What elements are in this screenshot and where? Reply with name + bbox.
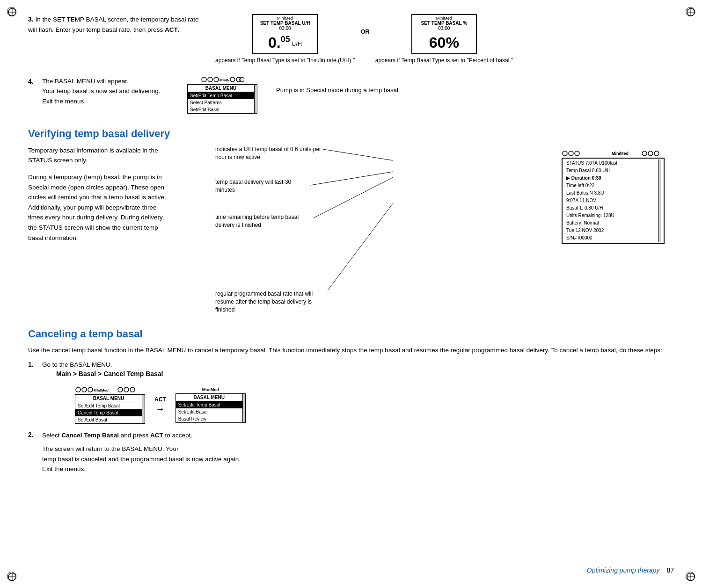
ann2-text: temp basal delivery will last 30 minutes xyxy=(215,178,309,194)
cancel-right-scrollbar xyxy=(242,394,245,422)
verify-para1: Temporary basal information is available… xyxy=(28,145,173,166)
status-line-1: Temp Basal 0.60 U/H xyxy=(565,167,658,174)
cancel-step2-num: 2. xyxy=(28,431,42,440)
svg-point-21 xyxy=(575,151,579,156)
cancel-step2-bold: Cancel Temp Basal xyxy=(61,432,119,439)
cancel-step2-text: Select Cancel Temp Basal and press ACT t… xyxy=(42,431,192,440)
ann1-text: indicates a U/H temp basal of 0.6 units … xyxy=(215,145,323,161)
cancel-right-screen-container: MiniMed BASAL MENU Set/Edit Temp Basal S… xyxy=(176,387,246,423)
verifying-section: Verifying temp basal delivery Temporary … xyxy=(28,128,674,314)
or-divider: OR xyxy=(360,28,370,35)
svg-text:MiniMed: MiniMed xyxy=(219,78,229,82)
cancel-right-item-2: Basal Review xyxy=(176,415,242,422)
svg-point-12 xyxy=(202,77,206,82)
verify-left-text: Temporary basal information is available… xyxy=(28,145,173,314)
svg-point-19 xyxy=(563,151,567,156)
cancel-left-item-1: Cancel Temp Basal xyxy=(75,409,142,416)
svg-line-28 xyxy=(328,203,393,290)
screen1-value: 0.05U/H xyxy=(253,32,317,53)
basal-menu-scrollbar xyxy=(254,85,257,113)
ann4-text: regular programmed basal rate that will … xyxy=(215,290,328,313)
svg-point-18 xyxy=(240,77,244,82)
basal-menu-screen: BASAL MENU Set/Edit Temp Basal Select Pa… xyxy=(187,84,257,114)
cancel-step2: 2. Select Cancel Temp Basal and press AC… xyxy=(28,431,674,440)
status-body-content: STATUS 7:07A U100fast Temp Basal 0.60 U/… xyxy=(565,160,658,242)
status-line-5: 9:07A 11 NOV xyxy=(565,197,658,204)
annotation-2: temp basal delivery will last 30 minutes xyxy=(215,178,309,194)
status-pump-circles: MiniMed xyxy=(562,150,665,157)
step4-screens: MiniMed BASAL MENU Set/Edit Temp Basal S… xyxy=(187,76,674,114)
basal-menu-item-0: Set/Edit Temp Basal xyxy=(188,92,254,99)
basal-menu-screen-container: MiniMed BASAL MENU Set/Edit Temp Basal S… xyxy=(187,76,257,114)
svg-line-26 xyxy=(310,172,393,185)
status-screen: STATUS 7:07A U100fast Temp Basal 0.60 U/… xyxy=(562,158,665,244)
screen2-with-label: MiniMed SET TEMP BASAL % 03:00 60% appea… xyxy=(375,14,513,65)
cancel-step1-nav: Main > Basal > Cancel Temp Basal xyxy=(56,370,163,377)
status-brand: MiniMed xyxy=(612,151,629,156)
basal-menu-item-2: Set/Edit Basal xyxy=(188,106,254,113)
act-screens-container: MiniMed BASAL MENU Set/Edit Temp Basal C… xyxy=(75,386,674,424)
step4-line2: Your temp basal is now set and deliverin… xyxy=(42,86,160,96)
canceling-section: Canceling a temp basal Use the cancel te… xyxy=(28,328,674,474)
basal-menu-body: BASAL MENU Set/Edit Temp Basal Select Pa… xyxy=(188,85,257,113)
cancel-step1-num: 1. xyxy=(28,361,42,379)
screen1-unit: U/H xyxy=(292,40,302,47)
screen2-time: 03:00 xyxy=(414,26,474,31)
svg-point-30 xyxy=(82,387,87,392)
ann3-text: time remaining before temp basal deliver… xyxy=(215,213,314,229)
cancel-right-item-1: Set/Edit Basal xyxy=(176,408,242,415)
step4-line3: Exit the menus. xyxy=(42,96,160,107)
screen2-brand: MiniMed xyxy=(414,16,474,21)
cancel-right-body: BASAL MENU Set/Edit Temp Basal Set/Edit … xyxy=(176,394,245,422)
svg-point-34 xyxy=(124,387,129,392)
status-line-0: STATUS 7:07A U100fast xyxy=(565,160,658,167)
svg-point-22 xyxy=(642,151,647,156)
svg-point-20 xyxy=(569,151,573,156)
cancel-left-body: BASAL MENU Set/Edit Temp Basal Cancel Te… xyxy=(75,395,145,423)
cancel-right-content: BASAL MENU Set/Edit Temp Basal Set/Edit … xyxy=(176,394,242,422)
canceling-intro: Use the cancel temp basal function in th… xyxy=(28,346,674,355)
screen2-header: MiniMed SET TEMP BASAL % 03:00 xyxy=(412,15,476,32)
corner-mark-tr xyxy=(686,7,695,16)
step3-screens: MiniMed SET TEMP BASAL U/H 03:00 0.05U/H… xyxy=(215,14,674,65)
svg-point-23 xyxy=(648,151,653,156)
status-line-4: Last Bolus N 3.8U xyxy=(565,189,658,197)
cancel-left-scrollbar xyxy=(142,395,145,423)
screen1-with-label: MiniMed SET TEMP BASAL U/H 03:00 0.05U/H… xyxy=(215,14,355,65)
status-line-8: Battery: Normal xyxy=(565,219,658,227)
basal-menu-item-1: Select Patterns xyxy=(188,99,254,106)
step3-text: 3. In the SET TEMP BASAL screen, the tem… xyxy=(28,14,206,35)
screen1-val-main: 0. xyxy=(268,34,281,51)
corner-mark-tl xyxy=(7,7,16,16)
corner-mark-bl xyxy=(7,572,16,581)
screen1-val-sup: 05 xyxy=(281,35,290,44)
svg-point-14 xyxy=(214,77,219,82)
status-body: STATUS 7:07A U100fast Temp Basal 0.60 U/… xyxy=(563,159,664,243)
cancel-left-content: BASAL MENU Set/Edit Temp Basal Cancel Te… xyxy=(75,395,142,423)
status-line-6: Basal 1: 0.80 U/H xyxy=(565,204,658,212)
status-scrollbar xyxy=(658,160,661,242)
status-line-7: Units Remaining: 128U xyxy=(565,212,658,219)
step4-text-block: 4. The BASAL MENU will appear. Your temp… xyxy=(28,76,168,107)
verify-right-area: indicates a U/H temp basal of 0.6 units … xyxy=(187,145,674,314)
cancel-left-screen-container: MiniMed BASAL MENU Set/Edit Temp Basal C… xyxy=(75,386,145,424)
svg-line-25 xyxy=(323,149,393,160)
status-line-9: Tue 12 NOV 2002 xyxy=(565,227,658,234)
cancel-left-item-2: Set/Edit Basal xyxy=(75,416,142,423)
pump-special-mode-note: Pump is in Special mode during a temp ba… xyxy=(276,86,398,95)
cancel-left-item-0: Set/Edit Temp Basal xyxy=(75,402,142,409)
step4-line1: The BASAL MENU will appear. xyxy=(42,76,160,87)
status-screen-container: MiniMed STATUS 7:07A U100fast xyxy=(562,150,665,244)
cancel-step3-line2: temp basal is canceled and the programme… xyxy=(42,454,674,465)
cancel-left-menu-title: BASAL MENU xyxy=(75,395,142,402)
annotation-4: regular programmed basal rate that will … xyxy=(215,290,328,313)
svg-point-33 xyxy=(118,387,123,392)
page-content: 3. In the SET TEMP BASAL screen, the tem… xyxy=(28,14,674,474)
screen2-value: 60% xyxy=(412,32,476,53)
svg-point-13 xyxy=(208,77,212,82)
svg-point-31 xyxy=(88,387,93,392)
corner-mark-br xyxy=(686,572,695,581)
cancel-step2-mid: and press xyxy=(119,432,150,439)
status-line-3: Time left 0:22 xyxy=(565,182,658,189)
screen1-title: SET TEMP BASAL U/H xyxy=(255,21,315,26)
